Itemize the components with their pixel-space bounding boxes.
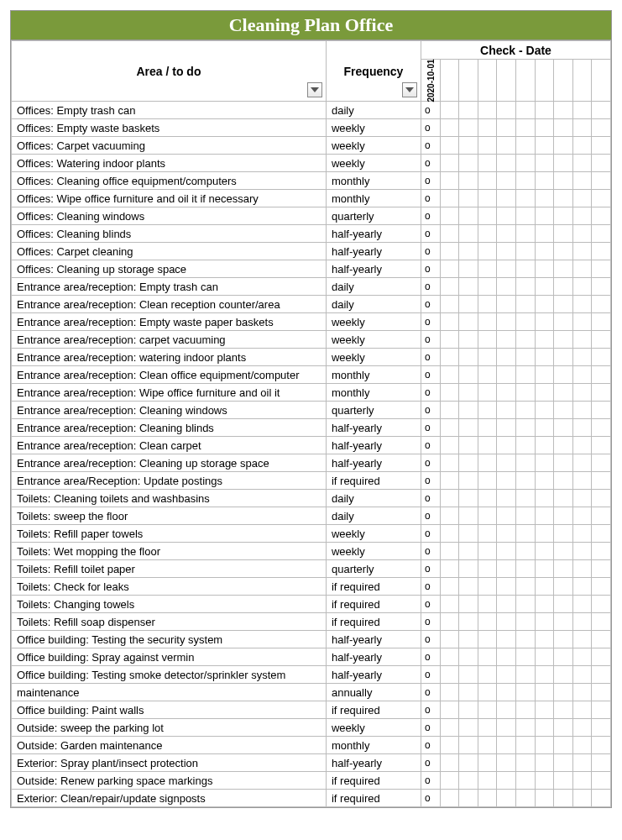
check-mark[interactable]: o [421,366,440,384]
check-cell[interactable] [497,507,516,525]
check-cell[interactable] [535,190,554,207]
check-cell[interactable] [440,349,459,366]
check-cell[interactable] [572,190,592,207]
check-cell[interactable] [497,790,516,807]
check-cell[interactable] [554,737,573,754]
check-cell[interactable] [459,349,478,366]
check-cell[interactable] [478,507,497,525]
check-cell[interactable] [459,648,478,666]
check-mark[interactable]: o [421,243,440,260]
check-cell[interactable] [497,402,516,419]
check-cell[interactable] [440,366,459,384]
check-cell[interactable] [497,684,516,701]
check-cell[interactable] [440,525,459,543]
check-cell[interactable] [554,155,573,172]
check-cell[interactable] [515,701,535,719]
check-cell[interactable] [440,172,459,190]
check-cell[interactable] [554,437,573,454]
check-cell[interactable] [592,366,611,384]
check-mark[interactable]: o [421,507,440,525]
check-cell[interactable] [554,243,573,260]
check-cell[interactable] [478,754,497,772]
check-cell[interactable] [572,631,592,648]
check-cell[interactable] [497,296,516,313]
check-cell[interactable] [459,701,478,719]
check-mark[interactable]: o [421,648,440,666]
check-mark[interactable]: o [421,543,440,560]
check-mark[interactable]: o [421,260,440,278]
check-mark[interactable]: o [421,207,440,225]
check-cell[interactable] [440,648,459,666]
check-cell[interactable] [515,596,535,613]
check-cell[interactable] [535,384,554,402]
check-cell[interactable] [459,560,478,578]
check-cell[interactable] [554,119,573,137]
check-cell[interactable] [592,790,611,807]
check-mark[interactable]: o [421,631,440,648]
check-cell[interactable] [592,472,611,490]
check-cell[interactable] [572,419,592,437]
check-cell[interactable] [497,648,516,666]
check-cell[interactable] [572,666,592,684]
check-cell[interactable] [572,402,592,419]
check-cell[interactable] [554,754,573,772]
check-cell[interactable] [497,313,516,331]
check-cell[interactable] [572,207,592,225]
check-cell[interactable] [535,155,554,172]
check-mark[interactable]: o [421,490,440,507]
check-cell[interactable] [515,648,535,666]
check-cell[interactable] [459,260,478,278]
check-cell[interactable] [554,490,573,507]
check-cell[interactable] [535,613,554,631]
check-cell[interactable] [535,596,554,613]
check-cell[interactable] [592,384,611,402]
check-cell[interactable] [497,419,516,437]
check-cell[interactable] [572,596,592,613]
check-cell[interactable] [572,137,592,155]
check-cell[interactable] [497,525,516,543]
check-cell[interactable] [459,472,478,490]
check-cell[interactable] [515,119,535,137]
check-cell[interactable] [440,119,459,137]
check-cell[interactable] [440,790,459,807]
check-cell[interactable] [515,296,535,313]
check-cell[interactable] [535,560,554,578]
check-mark[interactable]: o [421,525,440,543]
check-cell[interactable] [535,296,554,313]
check-cell[interactable] [554,560,573,578]
check-cell[interactable] [554,402,573,419]
check-cell[interactable] [592,155,611,172]
check-cell[interactable] [440,207,459,225]
check-cell[interactable] [515,155,535,172]
check-cell[interactable] [535,648,554,666]
check-cell[interactable] [515,507,535,525]
check-mark[interactable]: o [421,278,440,296]
check-cell[interactable] [535,402,554,419]
check-cell[interactable] [497,578,516,596]
check-cell[interactable] [478,102,497,119]
check-cell[interactable] [459,631,478,648]
check-cell[interactable] [440,684,459,701]
check-cell[interactable] [554,631,573,648]
check-cell[interactable] [459,719,478,737]
check-cell[interactable] [572,684,592,701]
check-cell[interactable] [554,207,573,225]
check-mark[interactable]: o [421,296,440,313]
check-cell[interactable] [478,155,497,172]
check-cell[interactable] [478,543,497,560]
check-cell[interactable] [515,260,535,278]
check-cell[interactable] [554,772,573,790]
check-cell[interactable] [535,719,554,737]
check-cell[interactable] [572,366,592,384]
check-cell[interactable] [535,578,554,596]
check-mark[interactable]: o [421,613,440,631]
check-cell[interactable] [478,525,497,543]
check-cell[interactable] [572,349,592,366]
check-cell[interactable] [592,737,611,754]
check-cell[interactable] [497,437,516,454]
check-cell[interactable] [554,225,573,243]
check-cell[interactable] [535,225,554,243]
check-cell[interactable] [535,790,554,807]
check-cell[interactable] [572,260,592,278]
check-mark[interactable]: o [421,102,440,119]
